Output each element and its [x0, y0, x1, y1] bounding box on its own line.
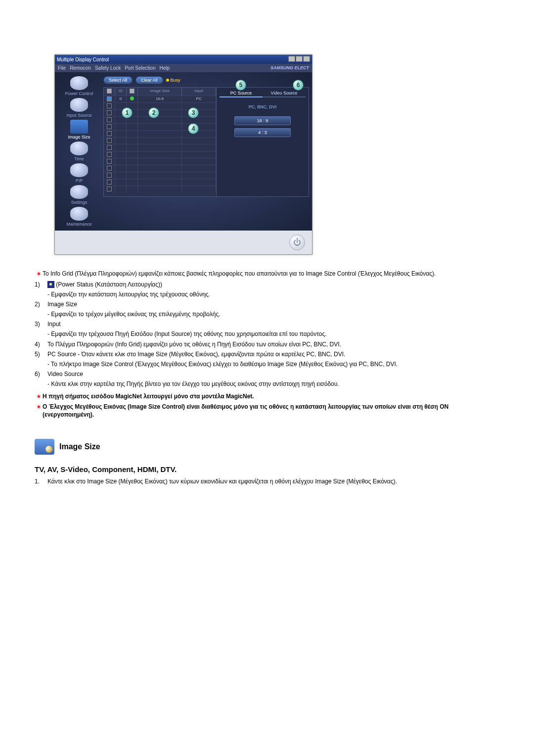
step-1-text: Κάντε κλικ στο Image Size (Μέγεθος Εικόν…	[47, 477, 499, 485]
row-id: 0	[115, 95, 127, 102]
item-3-num: 3)	[35, 320, 47, 328]
busy-indicator: Busy	[166, 78, 180, 83]
power-status-on-icon	[130, 96, 134, 100]
main-panel: Select All Clear All Busy ID Image Size …	[103, 72, 312, 231]
sidebar-item-power-control[interactable]: Power Control	[57, 76, 101, 96]
image-size-section-icon	[35, 439, 54, 455]
tab-video-source[interactable]: Video Source	[263, 90, 306, 97]
option-4-3[interactable]: 4 : 3	[234, 128, 291, 137]
input-source-icon	[70, 98, 88, 112]
header-checkbox-icon[interactable]	[107, 89, 112, 94]
note-2: Ο Έλεγχος Μεγέθους Εικόνας (Image Size C…	[43, 403, 499, 419]
item-6-title: Video Source	[47, 370, 499, 378]
callout-marker-5: 5	[235, 80, 246, 91]
table-row	[104, 109, 216, 116]
menu-bar: File Remocon Safety Lock Port Selection …	[55, 64, 312, 72]
table-row	[104, 123, 216, 130]
sidebar-item-settings[interactable]: Settings	[57, 185, 101, 205]
star-icon: ✶	[36, 393, 42, 400]
callout-marker-3: 3	[188, 107, 199, 118]
table-row	[104, 151, 216, 158]
item-6-sub: - Κάντε κλικ στην καρτέλα της Πηγής βίντ…	[47, 380, 499, 388]
grid-right: PC Source Video Source PC, BNC, DVI 16 :…	[216, 88, 309, 196]
source-list-label: PC, BNC, DVI	[217, 104, 309, 109]
clear-all-button[interactable]: Clear All	[135, 76, 163, 84]
menu-file[interactable]: File	[58, 65, 66, 71]
table-row	[104, 179, 216, 186]
table-row	[104, 130, 216, 137]
tab-pc-source[interactable]: PC Source	[220, 90, 263, 97]
info-grid: ID Image Size Input 0 16:9 PC	[103, 87, 309, 197]
sidebar: Power Control Input Source Image Size Ti…	[55, 72, 103, 231]
power-status-icon	[47, 281, 54, 288]
item-5-num: 5)	[35, 350, 47, 358]
star-icon: ✶	[36, 270, 42, 278]
table-row	[104, 102, 216, 109]
item-2-num: 2)	[35, 300, 47, 308]
grid-header: ID Image Size Input	[104, 88, 216, 95]
item-1-num: 1)	[35, 281, 47, 288]
header-id: ID	[115, 88, 127, 95]
item-3-title: Input	[47, 320, 499, 328]
menu-safety-lock[interactable]: Safety Lock	[95, 65, 121, 71]
window-title: Multiple Display Control	[57, 57, 109, 62]
item-5-title: PC Source - Όταν κάνετε κλικ στο Image S…	[47, 350, 499, 358]
table-row	[104, 158, 216, 165]
item-4-num: 4)	[35, 340, 47, 348]
menu-port-selection[interactable]: Port Selection	[125, 65, 155, 71]
item-1-title: (Power Status (Κατάσταση Λειτουργίας))	[47, 281, 499, 288]
callout-marker-1: 1	[122, 107, 133, 118]
item-5-sub: - Το πλήκτρο Image Size Control (Έλεγχος…	[47, 360, 499, 368]
callout-marker-2: 2	[148, 107, 159, 118]
callout-marker-4: 4	[188, 123, 199, 134]
sidebar-item-maintenance[interactable]: Maintenance	[57, 207, 101, 227]
sidebar-item-time[interactable]: Time	[57, 142, 101, 161]
header-status-icon	[127, 88, 138, 95]
row-checkbox-icon[interactable]	[107, 103, 112, 108]
menu-remocon[interactable]: Remocon	[70, 65, 91, 71]
item-1-sub: - Εμφανίζει την κατάσταση λειτουργίας τη…	[47, 290, 499, 298]
power-icon	[70, 76, 88, 90]
item-3-sub: - Εμφανίζει την τρέχουσα Πηγή Εισόδου (I…	[47, 330, 499, 338]
row-input: PC	[182, 95, 216, 102]
pip-icon	[70, 163, 88, 177]
brand-label: SAMSUNG ELECT	[270, 65, 309, 71]
intro-text: Το Info Grid (Πλέγμα Πληροφοριών) εμφανί…	[43, 270, 499, 278]
power-button-icon[interactable]: ⏻	[289, 235, 305, 250]
row-checkbox-icon[interactable]	[107, 96, 112, 101]
image-size-icon	[70, 120, 88, 134]
maintenance-icon	[70, 207, 88, 221]
menu-help[interactable]: Help	[159, 65, 170, 71]
app-footer: ⏻	[55, 231, 312, 254]
busy-dot-icon	[166, 79, 169, 82]
time-icon	[70, 142, 88, 155]
header-input: Input	[182, 88, 216, 95]
app-window: Multiple Display Control File Remocon Sa…	[54, 54, 312, 255]
section-title: Image Size	[59, 441, 100, 452]
table-row	[104, 137, 216, 144]
item-2-title: Image Size	[47, 300, 499, 308]
table-row	[104, 186, 216, 192]
table-row	[104, 116, 216, 123]
select-all-button[interactable]: Select All	[103, 76, 133, 84]
title-bar: Multiple Display Control	[55, 55, 312, 64]
grid-left: ID Image Size Input 0 16:9 PC	[104, 88, 216, 196]
step-1-num: 1.	[35, 477, 47, 485]
callout-marker-6: 6	[293, 80, 304, 91]
doc-body: ✶ Το Info Grid (Πλέγμα Πληροφοριών) εμφα…	[35, 270, 499, 485]
sidebar-item-input-source[interactable]: Input Source	[57, 98, 101, 118]
sidebar-item-image-size[interactable]: Image Size	[57, 120, 101, 140]
table-row	[104, 165, 216, 172]
item-2-sub: - Εμφανίζει το τρέχον μέγεθος εικόνας τη…	[47, 310, 499, 318]
item-6-num: 6)	[35, 370, 47, 378]
toolbar: Select All Clear All Busy	[103, 76, 309, 84]
item-4-title: Το Πλέγμα Πληροφοριών (Info Grid) εμφανί…	[47, 340, 499, 348]
window-controls[interactable]	[288, 56, 310, 63]
sidebar-item-pip[interactable]: PIP	[57, 163, 101, 183]
header-image-size: Image Size	[138, 88, 182, 95]
table-row[interactable]: 0 16:9 PC	[104, 95, 216, 102]
subsection-title: TV, AV, S-Video, Component, HDMI, DTV.	[35, 465, 499, 474]
section-head-image-size: Image Size	[35, 439, 499, 455]
option-16-9[interactable]: 16 : 9	[234, 116, 291, 125]
table-row	[104, 172, 216, 179]
